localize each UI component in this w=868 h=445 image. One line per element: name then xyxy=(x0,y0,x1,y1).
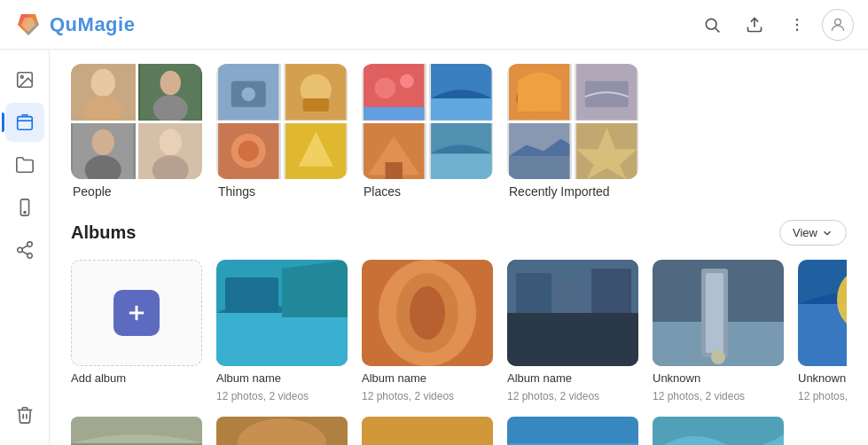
svg-rect-77 xyxy=(706,273,723,353)
sidebar-item-photos[interactable] xyxy=(5,60,44,99)
album-name-1: Album name xyxy=(216,371,348,385)
plus-icon xyxy=(124,301,149,325)
recent-img-4 xyxy=(575,123,639,180)
category-recently-imported-grid xyxy=(507,64,638,179)
album-meta-2: 12 photos, 2 videos xyxy=(362,390,493,402)
album-meta-5: 12 photos, 2 videos xyxy=(798,390,847,402)
people-img-1 xyxy=(71,64,136,121)
strip-item-3[interactable] xyxy=(362,417,493,445)
main-content: People xyxy=(50,50,868,445)
svg-marker-63 xyxy=(282,260,348,317)
avatar-icon xyxy=(829,16,847,34)
places-img-1 xyxy=(362,64,426,121)
things-img-2 xyxy=(284,64,348,121)
sidebar-item-mobile[interactable] xyxy=(5,188,44,227)
svg-rect-89 xyxy=(507,417,638,445)
upload-button[interactable] xyxy=(737,7,772,43)
category-cell xyxy=(71,64,136,121)
svg-point-27 xyxy=(159,129,181,154)
category-cell xyxy=(216,64,281,121)
svg-point-24 xyxy=(92,129,114,154)
category-cell xyxy=(216,123,281,180)
search-button[interactable] xyxy=(694,7,730,43)
album-name-5: Unknown xyxy=(798,371,847,385)
category-things-label: Things xyxy=(216,184,348,199)
svg-rect-80 xyxy=(798,304,847,366)
strip-item-5[interactable] xyxy=(653,417,784,445)
logo: QuMagie xyxy=(14,11,135,39)
add-album-cover xyxy=(71,260,202,366)
places-img-2 xyxy=(429,64,494,121)
people-img-4 xyxy=(138,123,203,180)
sidebar-bottom xyxy=(5,395,44,434)
bottom-strip xyxy=(71,417,847,445)
album-item-4[interactable]: Unknown 12 photos, 2 videos xyxy=(653,260,784,402)
recent-img-1 xyxy=(507,64,572,121)
albums-icon xyxy=(15,113,35,132)
add-album-icon xyxy=(113,290,160,336)
sidebar-item-share[interactable] xyxy=(5,230,44,269)
header: QuMagie xyxy=(0,0,868,50)
category-people[interactable]: People xyxy=(71,64,202,199)
more-icon xyxy=(788,16,806,34)
svg-point-21 xyxy=(160,71,180,95)
album-cover-3 xyxy=(507,260,638,366)
svg-point-12 xyxy=(27,242,32,247)
svg-point-42 xyxy=(400,74,414,89)
category-cell xyxy=(284,64,348,121)
album-item-3[interactable]: Album name 12 photos, 2 videos xyxy=(507,260,638,402)
logo-icon xyxy=(14,11,43,39)
category-cell xyxy=(138,64,203,121)
share-icon xyxy=(15,240,35,260)
album-item-1[interactable]: Album name 12 photos, 2 videos xyxy=(216,260,348,402)
svg-point-31 xyxy=(241,87,255,101)
svg-point-11 xyxy=(24,212,26,214)
category-recently-imported[interactable]: Recently Imported xyxy=(507,64,638,199)
things-img-3 xyxy=(216,123,281,180)
svg-point-41 xyxy=(375,78,395,98)
strip-img-1 xyxy=(71,417,202,445)
avatar-button[interactable] xyxy=(822,9,854,41)
album-item-5[interactable]: Unknown 12 photos, 2 videos xyxy=(798,260,847,402)
album-cover-2 xyxy=(362,260,493,366)
svg-point-13 xyxy=(17,247,22,253)
albums-title: Albums xyxy=(71,222,136,243)
svg-point-0 xyxy=(706,19,716,29)
svg-point-4 xyxy=(796,23,799,26)
strip-item-2[interactable] xyxy=(216,417,348,445)
category-cell xyxy=(429,64,494,121)
svg-rect-72 xyxy=(591,269,631,317)
svg-rect-43 xyxy=(364,107,424,121)
svg-point-6 xyxy=(835,19,841,25)
album-item-2[interactable]: Album name 12 photos, 2 videos xyxy=(362,260,493,402)
more-options-button[interactable] xyxy=(779,7,815,43)
category-places[interactable]: Places xyxy=(362,64,493,199)
svg-rect-34 xyxy=(302,98,328,112)
sidebar-item-trash[interactable] xyxy=(5,395,44,434)
places-img-3 xyxy=(362,123,426,180)
svg-line-1 xyxy=(716,27,720,32)
add-album-label: Add album xyxy=(71,371,202,385)
category-cell xyxy=(507,64,572,121)
category-things[interactable]: Things xyxy=(216,64,348,199)
recent-img-2 xyxy=(575,64,639,121)
category-cell xyxy=(138,123,203,180)
places-img-4 xyxy=(429,123,494,180)
category-places-label: Places xyxy=(362,184,493,199)
album-cover-1 xyxy=(216,260,348,366)
category-places-grid xyxy=(362,64,493,179)
view-button[interactable]: View xyxy=(779,220,847,246)
sidebar-item-albums[interactable] xyxy=(5,103,44,142)
svg-point-8 xyxy=(20,75,23,78)
strip-item-4[interactable] xyxy=(507,417,638,445)
sidebar xyxy=(0,50,50,445)
category-cell xyxy=(507,123,572,180)
svg-rect-91 xyxy=(653,417,784,445)
strip-item-1[interactable] xyxy=(71,417,202,445)
add-album-item[interactable]: Add album xyxy=(71,260,202,402)
album-meta-4: 12 photos, 2 videos xyxy=(653,390,784,402)
app-name: QuMagie xyxy=(50,13,135,36)
sidebar-item-folders[interactable] xyxy=(5,145,44,184)
albums-section-header: Albums View xyxy=(71,220,847,246)
svg-rect-71 xyxy=(556,282,587,317)
